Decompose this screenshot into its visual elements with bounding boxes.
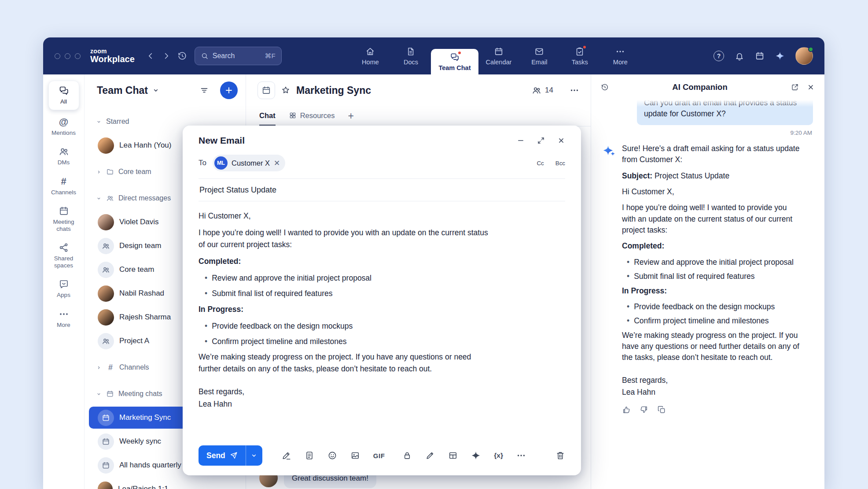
- email-body-editor[interactable]: Hi Customer X, I hope you’re doing well!…: [199, 210, 489, 441]
- ai-popout-button[interactable]: [791, 83, 799, 91]
- thumbs-down-button[interactable]: [640, 405, 648, 414]
- rail-item-meeting-chats[interactable]: Meeting chats: [46, 202, 81, 236]
- nav-email-label: Email: [531, 59, 547, 66]
- nav-email[interactable]: Email: [519, 37, 559, 74]
- presence-dot: [808, 47, 813, 52]
- more-icon: [615, 47, 625, 56]
- layout-button[interactable]: [448, 451, 458, 460]
- avatar: [98, 309, 114, 326]
- new-chat-button[interactable]: [220, 82, 238, 99]
- modal-controls: [517, 137, 565, 144]
- rail-more-label: More: [57, 322, 70, 329]
- gif-button[interactable]: GIF: [373, 452, 385, 459]
- forward-button[interactable]: [158, 51, 174, 61]
- home-icon: [365, 47, 375, 56]
- left-rail: All @ Mentions DMs # Channels Meeting ch…: [43, 74, 85, 489]
- ai-closing: Best regards,: [622, 375, 800, 386]
- rail-item-all[interactable]: All: [48, 81, 79, 110]
- ai-response: Sure! Here’s a draft email asking for a …: [603, 143, 813, 414]
- window-minimize-button[interactable]: [65, 53, 70, 59]
- nav-docs[interactable]: Docs: [390, 37, 431, 74]
- zoom-workplace-window: zoom Workplace Search ⌘F Home Docs Team …: [43, 37, 824, 489]
- close-modal-button[interactable]: [557, 137, 565, 144]
- group-avatar: [98, 333, 114, 349]
- rail-item-dms[interactable]: DMs: [46, 143, 81, 170]
- rail-item-mentions[interactable]: @ Mentions: [46, 113, 81, 140]
- window-controls: [55, 53, 81, 59]
- emoji-button[interactable]: [327, 451, 337, 460]
- more-icon: [59, 309, 69, 319]
- search-input[interactable]: Search ⌘F: [195, 47, 282, 65]
- star-channel-button[interactable]: [281, 85, 291, 95]
- email-completed-item: •Submit final list of required features: [199, 288, 489, 299]
- discard-button[interactable]: [555, 451, 565, 460]
- chevron-right-icon: [96, 365, 102, 370]
- rail-item-apps[interactable]: Apps: [46, 275, 81, 302]
- notifications-button[interactable]: [735, 51, 744, 61]
- nav-more[interactable]: More: [600, 37, 640, 74]
- to-field[interactable]: To ML Customer X ✕ Cc Bcc: [199, 155, 565, 171]
- insert-image-button[interactable]: [350, 451, 360, 460]
- subject-input[interactable]: Project Status Update: [199, 179, 565, 201]
- back-button[interactable]: [143, 51, 158, 61]
- image-icon: [350, 451, 360, 460]
- ai-companion-button[interactable]: [775, 51, 785, 61]
- ai-close-button[interactable]: [807, 83, 815, 91]
- insert-tools: {x}: [402, 451, 526, 460]
- more-tools-button[interactable]: [516, 451, 526, 460]
- help-button[interactable]: ?: [714, 51, 724, 61]
- send-options-button[interactable]: [246, 445, 262, 466]
- history-button[interactable]: [174, 51, 190, 61]
- ai-para1: I hope you’re doing well! I wanted to pr…: [622, 202, 800, 236]
- edit-button[interactable]: [425, 451, 435, 460]
- template-button[interactable]: [305, 451, 314, 460]
- minimize-button[interactable]: [517, 137, 525, 144]
- thumbs-up-button[interactable]: [622, 405, 631, 414]
- email-greeting: Hi Customer X,: [199, 210, 489, 222]
- bcc-button[interactable]: Bcc: [555, 160, 565, 167]
- window-close-button[interactable]: [55, 53, 60, 59]
- members-count[interactable]: 14: [532, 85, 553, 95]
- content-area: All @ Mentions DMs # Channels Meeting ch…: [43, 74, 824, 489]
- modal-title: New Email: [199, 135, 245, 146]
- nav-home-label: Home: [362, 59, 379, 66]
- signature-button[interactable]: [282, 451, 291, 460]
- bell-icon: [735, 51, 744, 61]
- rail-item-more[interactable]: More: [46, 305, 81, 332]
- panel-title-dropdown[interactable]: [152, 86, 160, 94]
- encrypt-button[interactable]: [402, 451, 412, 460]
- filter-button[interactable]: [199, 85, 209, 95]
- nav-tasks[interactable]: Tasks: [559, 37, 600, 74]
- nav-calendar[interactable]: Calendar: [478, 37, 519, 74]
- user-avatar[interactable]: [795, 47, 813, 65]
- chevron-down-icon: [152, 86, 160, 94]
- group-avatar: [98, 262, 114, 278]
- chat-item-lea-rajesh-1-1[interactable]: Lea/Rajesh 1:1: [85, 477, 246, 489]
- nav-team-chat[interactable]: Team Chat: [431, 49, 478, 74]
- cc-button[interactable]: Cc: [537, 160, 544, 167]
- remove-recipient-icon[interactable]: ✕: [274, 159, 280, 167]
- channel-more-button[interactable]: [570, 85, 579, 95]
- rail-item-channels[interactable]: # Channels: [46, 173, 81, 200]
- tab-chat[interactable]: Chat: [259, 106, 276, 126]
- expand-button[interactable]: [537, 137, 545, 144]
- thumbs-up-icon: [622, 405, 631, 414]
- add-tab-button[interactable]: +: [348, 110, 354, 122]
- copy-button[interactable]: [657, 405, 666, 414]
- nav-home[interactable]: Home: [350, 37, 390, 74]
- tab-resources[interactable]: Resources: [289, 106, 335, 126]
- variables-button[interactable]: {x}: [494, 452, 503, 459]
- send-button[interactable]: Send: [199, 445, 246, 466]
- chat-item-label: Lea/Rajesh 1:1: [118, 485, 168, 489]
- ai-greeting: Hi Customer X,: [622, 186, 800, 197]
- email-in-progress-item: •Confirm project timeline and milestones: [199, 336, 489, 347]
- window-zoom-button[interactable]: [75, 53, 81, 59]
- rail-item-shared-spaces[interactable]: Shared spaces: [46, 239, 81, 272]
- ai-compose-button[interactable]: [471, 451, 481, 460]
- ai-history-button[interactable]: [601, 83, 609, 91]
- ai-subject-label: Subject:: [622, 171, 652, 180]
- ai-in-progress-item: •Provide feedback on the design mockups: [622, 301, 800, 312]
- calendar-shortcut-button[interactable]: [755, 51, 765, 61]
- ai-intro: Sure! Here’s a draft email asking for a …: [622, 143, 800, 166]
- recipient-chip[interactable]: ML Customer X ✕: [213, 155, 285, 171]
